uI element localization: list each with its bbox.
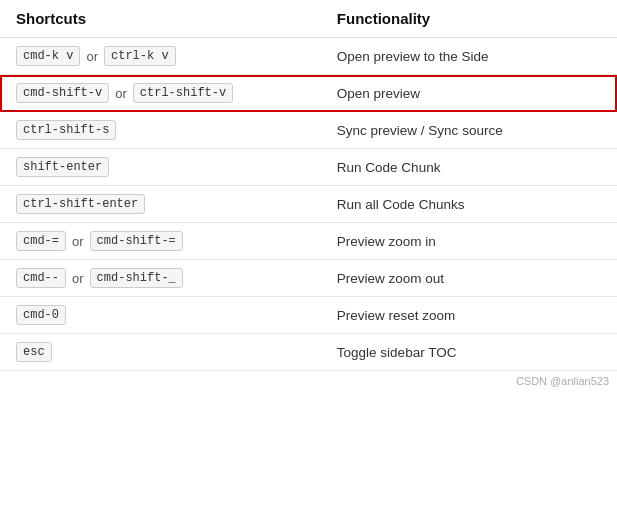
key-badge: cmd-= <box>16 231 66 251</box>
functionality-header: Functionality <box>321 0 617 38</box>
shortcuts-header: Shortcuts <box>0 0 321 38</box>
key-badge: cmd-k v <box>16 46 80 66</box>
shortcuts-cell: cmd-=orcmd-shift-= <box>0 223 321 260</box>
functionality-cell: Sync preview / Sync source <box>321 112 617 149</box>
shortcuts-cell: esc <box>0 334 321 371</box>
shortcuts-cell: ctrl-shift-enter <box>0 186 321 223</box>
functionality-cell: Run all Code Chunks <box>321 186 617 223</box>
key-badge: shift-enter <box>16 157 109 177</box>
shortcuts-cell: cmd--orcmd-shift-_ <box>0 260 321 297</box>
table-row: cmd-0Preview reset zoom <box>0 297 617 334</box>
key-badge: ctrl-shift-v <box>133 83 233 103</box>
table-row: escToggle sidebar TOC <box>0 334 617 371</box>
functionality-cell: Preview zoom in <box>321 223 617 260</box>
table-row: cmd-k vorctrl-k vOpen preview to the Sid… <box>0 38 617 75</box>
key-badge: cmd-shift-v <box>16 83 109 103</box>
table-row: cmd--orcmd-shift-_Preview zoom out <box>0 260 617 297</box>
key-badge: ctrl-shift-s <box>16 120 116 140</box>
table-row: cmd-=orcmd-shift-=Preview zoom in <box>0 223 617 260</box>
table-row: shift-enterRun Code Chunk <box>0 149 617 186</box>
shortcuts-cell: cmd-shift-vorctrl-shift-v <box>0 75 321 112</box>
shortcuts-cell: ctrl-shift-s <box>0 112 321 149</box>
shortcuts-cell: cmd-k vorctrl-k v <box>0 38 321 75</box>
key-badge: ctrl-shift-enter <box>16 194 145 214</box>
functionality-cell: Open preview <box>321 75 617 112</box>
table-row: ctrl-shift-enterRun all Code Chunks <box>0 186 617 223</box>
key-badge: ctrl-k v <box>104 46 176 66</box>
key-badge: esc <box>16 342 52 362</box>
shortcuts-table: Shortcuts Functionality cmd-k vorctrl-k … <box>0 0 617 371</box>
shortcuts-cell: shift-enter <box>0 149 321 186</box>
shortcuts-cell: cmd-0 <box>0 297 321 334</box>
key-badge: cmd-shift-_ <box>90 268 183 288</box>
key-badge: cmd-- <box>16 268 66 288</box>
or-separator: or <box>72 234 84 249</box>
functionality-cell: Run Code Chunk <box>321 149 617 186</box>
shortcuts-table-container: Shortcuts Functionality cmd-k vorctrl-k … <box>0 0 617 391</box>
or-separator: or <box>72 271 84 286</box>
functionality-cell: Preview zoom out <box>321 260 617 297</box>
key-badge: cmd-shift-= <box>90 231 183 251</box>
functionality-cell: Open preview to the Side <box>321 38 617 75</box>
or-separator: or <box>86 49 98 64</box>
functionality-cell: Toggle sidebar TOC <box>321 334 617 371</box>
table-row: cmd-shift-vorctrl-shift-vOpen preview <box>0 75 617 112</box>
table-row: ctrl-shift-sSync preview / Sync source <box>0 112 617 149</box>
functionality-cell: Preview reset zoom <box>321 297 617 334</box>
or-separator: or <box>115 86 127 101</box>
watermark: CSDN @anlian523 <box>0 371 617 391</box>
key-badge: cmd-0 <box>16 305 66 325</box>
